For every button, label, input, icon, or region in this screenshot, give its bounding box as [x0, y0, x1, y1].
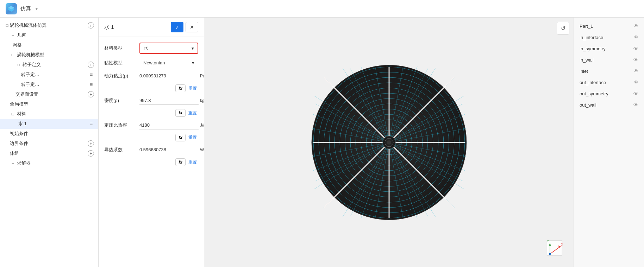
thermal-conductivity-input-group: W/(m·K) ▾ — [139, 146, 204, 154]
density-unit[interactable]: kg/m³ ▾ — [200, 98, 204, 103]
viscosity-model-select[interactable]: Newtonian ▾ — [139, 58, 198, 68]
dynamic-viscosity-fx-button[interactable]: fx — [175, 84, 186, 92]
density-input-group: kg/m³ ▾ — [139, 96, 204, 105]
sidebar-item-boundary[interactable]: 边界条件 ＋ — [0, 139, 98, 148]
thermal-conductivity-control: W/(m·K) ▾ — [139, 146, 204, 154]
thermal-conductivity-input[interactable] — [139, 146, 199, 154]
sidebar-item-cfd[interactable]: □ 涡轮机械流体仿真 i — [0, 20, 98, 30]
dynamic-viscosity-unit[interactable]: Pa·s ▾ — [200, 74, 204, 78]
sidebar-item-material[interactable]: □ 材料 — [0, 109, 98, 119]
specific-heat-fx-button[interactable]: fx — [175, 134, 186, 141]
material-type-select[interactable]: 水 ▾ — [139, 43, 198, 54]
sidebar-label-material: 材料 — [17, 111, 94, 117]
menu-icon-water-1[interactable]: ≡ — [88, 121, 94, 127]
app-title: 仿真 — [20, 5, 31, 12]
sidebar-item-initial[interactable]: 初始条件 — [0, 129, 98, 139]
expand-icon-rotor: □ — [15, 62, 21, 68]
add-body-icon[interactable]: ＋ — [88, 150, 94, 157]
expand-icon-material: □ — [10, 111, 15, 117]
confirm-button[interactable]: ✓ — [171, 22, 183, 32]
sidebar-item-solver[interactable]: ＋ 求解器 — [0, 158, 98, 168]
dropdown-arrow-icon[interactable]: ▼ — [35, 6, 39, 11]
sidebar-label-geometry: 几何 — [17, 32, 94, 38]
eye-icon-out-interface[interactable]: 👁 — [633, 80, 638, 85]
thermal-conductivity-fx-button[interactable]: fx — [175, 158, 186, 166]
menu-icon-rotor-1[interactable]: ≡ — [88, 72, 94, 77]
sidebar-item-geometry[interactable]: ＋ 几何 — [0, 30, 98, 40]
density-label: 密度(ρ) — [104, 97, 139, 104]
axis-indicator: X Y — [545, 239, 567, 260]
content-area: 水 1 ✓ ✕ 材料类型 水 ▾ — [99, 18, 644, 267]
main-layout: □ 涡轮机械流体仿真 i ＋ 几何 网格 □ 涡轮机械模型 □ 转子定义 ＋ 转… — [0, 18, 644, 267]
right-item-in-wall[interactable]: in_wall 👁 — [574, 54, 644, 65]
eye-icon-in-interface[interactable]: 👁 — [633, 34, 638, 40]
sidebar-label-turbine-model: 涡轮机械模型 — [17, 52, 94, 58]
properties-panel: 水 1 ✓ ✕ 材料类型 水 ▾ — [99, 18, 204, 267]
cancel-button[interactable]: ✕ — [186, 22, 198, 32]
expand-icon-solver: ＋ — [10, 160, 15, 166]
material-type-row: 材料类型 水 ▾ — [104, 43, 198, 54]
right-item-in-symmetry[interactable]: in_symmetry 👁 — [574, 43, 644, 54]
sidebar-item-rotor-def[interactable]: □ 转子定义 ＋ — [0, 60, 98, 70]
sidebar-item-rotor-1[interactable]: 转子定… ≡ — [0, 70, 98, 80]
right-item-part1[interactable]: Part_1 👁 — [574, 20, 644, 32]
panel-body: 材料类型 水 ▾ 粘性模型 Newtonian ▾ — [99, 37, 204, 267]
specific-heat-fx-row: fx 重置 — [104, 134, 198, 141]
add-interface-icon[interactable]: ＋ — [88, 91, 94, 97]
sidebar-label-global-model: 全局模型 — [10, 101, 94, 107]
specific-heat-row: 定压比热容 J/(kg·K) ▾ — [104, 121, 198, 129]
right-item-out-wall[interactable]: out_wall 👁 — [574, 99, 644, 110]
right-item-label-inlet: inlet — [580, 69, 588, 74]
thermal-conductivity-reset-button[interactable]: 重置 — [188, 159, 197, 165]
density-control: kg/m³ ▾ — [139, 96, 204, 105]
sidebar-item-global-model[interactable]: 全局模型 — [0, 99, 98, 109]
sidebar-item-body-group[interactable]: 体组 ＋ — [0, 148, 98, 158]
sidebar-item-turbine-model[interactable]: □ 涡轮机械模型 — [0, 50, 98, 60]
eye-icon-part1[interactable]: 👁 — [633, 23, 638, 29]
density-fx-row: fx 重置 — [104, 109, 198, 117]
density-fx-button[interactable]: fx — [175, 109, 186, 117]
right-item-out-symmetry[interactable]: out_symmetry 👁 — [574, 88, 644, 99]
material-type-control: 水 ▾ — [139, 43, 198, 54]
add-rotor-icon[interactable]: ＋ — [88, 62, 94, 68]
dynamic-viscosity-input[interactable] — [139, 72, 199, 80]
sidebar-item-rotor-2[interactable]: 转子定… ≡ — [0, 80, 98, 89]
thermal-conductivity-unit[interactable]: W/(m·K) ▾ — [200, 147, 204, 152]
sidebar-label-rotor-2: 转子定… — [21, 81, 88, 88]
right-item-inlet[interactable]: inlet 👁 — [574, 65, 644, 77]
sidebar-item-water-1[interactable]: 水 1 ≡ — [0, 119, 98, 129]
eye-icon-out-symmetry[interactable]: 👁 — [633, 91, 638, 96]
menu-icon-rotor-2[interactable]: ≡ — [88, 82, 94, 87]
right-item-label-out-symmetry: out_symmetry — [580, 91, 608, 96]
sidebar-item-interface[interactable]: 交界面设置 ＋ — [0, 89, 98, 99]
right-item-label-part1: Part_1 — [580, 24, 593, 29]
dynamic-viscosity-reset-button[interactable]: 重置 — [188, 85, 197, 91]
right-item-in-interface[interactable]: in_interface 👁 — [574, 32, 644, 43]
dynamic-viscosity-input-group: Pa·s ▾ — [139, 72, 204, 80]
sidebar-item-mesh[interactable]: 网格 — [0, 40, 98, 50]
svg-text:Y: Y — [547, 240, 549, 243]
eye-icon-inlet[interactable]: 👁 — [633, 68, 638, 74]
expand-icon-turbine: □ — [10, 52, 15, 58]
add-boundary-icon[interactable]: ＋ — [88, 140, 94, 147]
sidebar-label-interface: 交界面设置 — [15, 91, 86, 97]
right-panel: Part_1 👁 in_interface 👁 in_symmetry 👁 in… — [574, 18, 644, 267]
right-item-label-out-wall: out_wall — [580, 102, 596, 108]
turbine-visualization — [305, 58, 474, 227]
info-icon[interactable]: i — [88, 22, 94, 28]
reset-view-button[interactable]: ↺ — [557, 22, 569, 34]
density-reset-button[interactable]: 重置 — [188, 110, 197, 116]
specific-heat-reset-button[interactable]: 重置 — [188, 135, 197, 141]
eye-icon-out-wall[interactable]: 👁 — [633, 102, 638, 108]
eye-icon-in-symmetry[interactable]: 👁 — [633, 46, 638, 51]
dynamic-viscosity-fx-row: fx 重置 — [104, 84, 198, 92]
material-type-value: 水 — [144, 45, 148, 51]
density-input[interactable] — [139, 96, 199, 105]
eye-icon-in-wall[interactable]: 👁 — [633, 57, 638, 63]
specific-heat-input[interactable] — [139, 121, 199, 129]
expand-icon: □ — [4, 23, 10, 28]
thermal-conductivity-fx-row: fx 重置 — [104, 158, 198, 166]
specific-heat-unit[interactable]: J/(kg·K) ▾ — [200, 123, 204, 128]
right-item-label-out-interface: out_interface — [580, 80, 606, 85]
right-item-out-interface[interactable]: out_interface 👁 — [574, 77, 644, 88]
